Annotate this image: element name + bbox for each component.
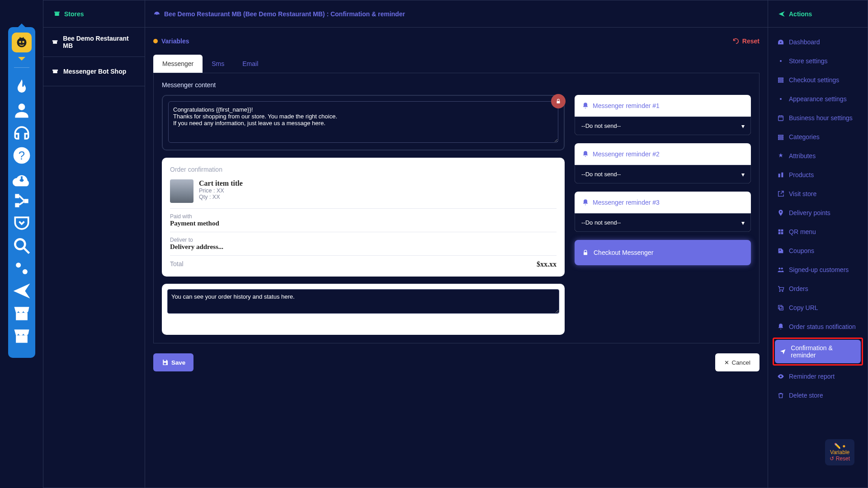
svg-point-56 <box>782 291 783 291</box>
action-icon <box>777 133 784 141</box>
svg-rect-24 <box>52 70 58 71</box>
action-icon <box>777 152 784 160</box>
action-item-reminder-report[interactable]: Reminder report <box>773 368 863 385</box>
action-item-business-hour-settings[interactable]: Business hour settings <box>773 110 863 126</box>
order-card-title: Order confirmation <box>170 166 557 173</box>
reminder-3-header: Messenger reminder #3 <box>575 192 751 213</box>
nav-send-icon[interactable] <box>12 281 32 301</box>
nav-pocket-icon[interactable] <box>12 213 32 233</box>
action-item-delivery-points[interactable]: Delivery points <box>773 205 863 221</box>
svg-rect-30 <box>164 360 166 361</box>
reminder-2-select[interactable]: --Do not send-- <box>575 165 751 183</box>
action-item-products[interactable]: Products <box>773 167 863 183</box>
nav-help-icon[interactable]: ? <box>12 145 32 165</box>
nav-flame-icon[interactable] <box>12 78 32 98</box>
action-item-copy-url[interactable]: Copy URL <box>773 300 863 316</box>
bell-icon <box>582 150 589 158</box>
intro-textarea[interactable]: Congratulations {{first_name}}! Thanks f… <box>168 101 558 143</box>
store-item-label: Messenger Bot Shop <box>63 68 126 75</box>
reminder-2-card: Messenger reminder #2 --Do not send-- <box>575 143 751 183</box>
variables-label[interactable]: Variables <box>153 38 189 45</box>
action-item-coupons[interactable]: Coupons <box>773 243 863 259</box>
reminder-1-header: Messenger reminder #1 <box>575 95 751 117</box>
footer-textarea[interactable]: You can see your order history and statu… <box>167 289 559 314</box>
svg-rect-19 <box>16 313 28 320</box>
nav-user-icon[interactable] <box>12 100 32 120</box>
order-total-value: $xx.xx <box>537 260 557 268</box>
svg-point-33 <box>780 60 782 62</box>
actions-column: Actions DashboardStore settingsCheckout … <box>768 0 868 488</box>
svg-rect-31 <box>164 363 166 365</box>
nav-download-icon[interactable] <box>12 168 32 188</box>
store-item-label: Bee Demo Restaurant MB <box>63 35 137 49</box>
actions-header: Actions <box>768 0 868 28</box>
svg-point-47 <box>780 211 781 212</box>
reminder-3-select[interactable]: --Do not send-- <box>575 213 751 232</box>
action-item-confirmation-reminder[interactable]: Confirmation & reminder <box>775 340 861 363</box>
action-label: Categories <box>789 133 820 141</box>
tab-messenger[interactable]: Messenger <box>153 55 203 73</box>
svg-rect-29 <box>584 252 587 255</box>
app-logo[interactable] <box>12 33 32 52</box>
action-item-dashboard[interactable]: Dashboard <box>773 34 863 50</box>
order-deliver-row: Deliver to Delivery address... <box>170 232 557 256</box>
action-icon <box>777 76 784 84</box>
order-total-row: Total $xx.xx <box>170 256 557 268</box>
nav-share-icon[interactable] <box>12 191 32 211</box>
action-item-store-settings[interactable]: Store settings <box>773 53 863 69</box>
action-item-orders[interactable]: Orders <box>773 281 863 297</box>
action-label: Attributes <box>789 152 816 160</box>
dashboard-icon <box>153 10 160 18</box>
action-label: Order status notification <box>789 323 856 330</box>
nav-search-icon[interactable] <box>12 236 32 256</box>
svg-rect-58 <box>778 305 782 309</box>
action-icon <box>779 348 786 355</box>
checkout-messenger-button[interactable]: Checkout Messenger <box>575 240 751 265</box>
svg-point-54 <box>781 267 783 269</box>
store-item-messenger-bot[interactable]: Messenger Bot Shop <box>43 57 145 86</box>
action-item-attributes[interactable]: Attributes <box>773 148 863 164</box>
svg-rect-42 <box>778 135 783 136</box>
svg-rect-10 <box>15 194 19 198</box>
action-item-signed-up-customers[interactable]: Signed-up customers <box>773 262 863 278</box>
svg-rect-20 <box>16 335 28 343</box>
nav-gears-icon[interactable] <box>12 258 32 278</box>
float-helper[interactable]: ✏️ ● Variable ↺ Reset <box>825 439 854 465</box>
intro-message-box: Congratulations {{first_name}}! Thanks f… <box>162 95 565 150</box>
svg-rect-35 <box>778 80 783 80</box>
action-item-appearance-settings[interactable]: Appearance settings <box>773 91 863 107</box>
cancel-button[interactable]: ✕ Cancel <box>715 353 760 371</box>
action-item-visit-store[interactable]: Visit store <box>773 186 863 202</box>
store-item-icon <box>52 68 59 75</box>
reminder-1-select[interactable]: --Do not send-- <box>575 117 751 135</box>
nav-store-icon[interactable] <box>12 304 32 324</box>
order-paid-value: Payment method <box>170 220 557 227</box>
svg-rect-50 <box>778 232 781 235</box>
reminder-3-card: Messenger reminder #3 --Do not send-- <box>575 192 751 232</box>
nav-headset-icon[interactable] <box>12 123 32 143</box>
reset-button[interactable]: Reset <box>732 38 760 45</box>
action-label: Delivery points <box>789 209 830 216</box>
store-item-bee-demo[interactable]: Bee Demo Restaurant MB <box>43 28 145 57</box>
action-item-categories[interactable]: Categories <box>773 129 863 145</box>
action-item-qr-menu[interactable]: QR menu <box>773 224 863 240</box>
tab-sms[interactable]: Sms <box>203 55 233 73</box>
action-icon <box>777 392 784 399</box>
action-icon <box>777 228 784 235</box>
svg-rect-23 <box>53 42 57 44</box>
action-label: Business hour settings <box>789 114 853 122</box>
svg-point-2 <box>22 41 24 43</box>
lock-icon <box>582 249 589 256</box>
tab-email[interactable]: Email <box>233 55 267 73</box>
action-item-delete-store[interactable]: Delete store <box>773 387 863 404</box>
lock-badge[interactable] <box>551 94 566 108</box>
vertical-nav: ? <box>0 0 43 488</box>
nav-store2-icon[interactable] <box>12 326 32 346</box>
svg-point-52 <box>779 249 781 251</box>
action-item-order-status-notification[interactable]: Order status notification <box>773 319 863 335</box>
action-item-checkout-settings[interactable]: Checkout settings <box>773 72 863 88</box>
save-button[interactable]: Save <box>153 353 193 371</box>
svg-point-55 <box>779 291 780 291</box>
action-icon <box>777 190 784 197</box>
order-confirmation-card: Order confirmation Cart item title Price… <box>162 158 565 277</box>
